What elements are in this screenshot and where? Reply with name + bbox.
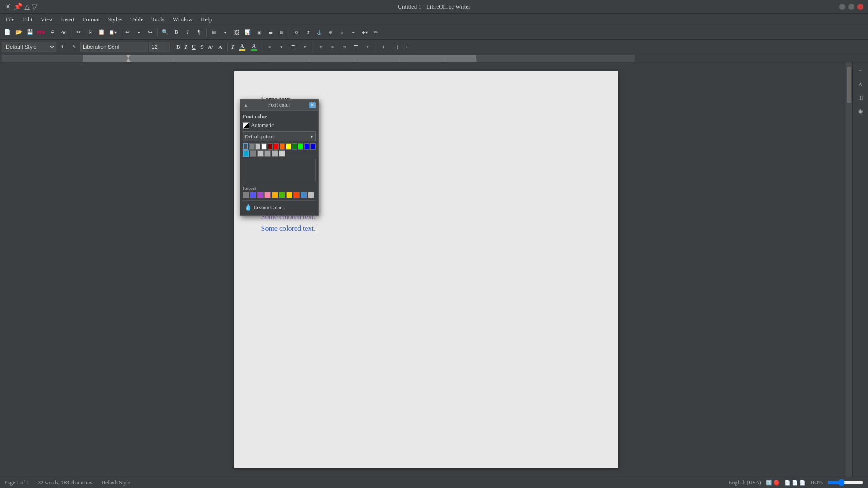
paste-special-button[interactable]: 📋▾ xyxy=(107,27,118,38)
italic2-button[interactable]: I xyxy=(230,42,236,52)
properties-button[interactable]: ≡ xyxy=(854,64,867,77)
redo-button[interactable]: ↪ xyxy=(145,27,156,38)
insert-footnote-button[interactable]: ⚓ xyxy=(314,27,325,38)
numbering-dropdown[interactable]: ▾ xyxy=(300,42,311,52)
recent-color[interactable] xyxy=(250,192,256,198)
color-cell[interactable] xyxy=(292,143,297,150)
menu-table[interactable]: Table xyxy=(127,15,147,24)
justify-dropdown[interactable]: ▾ xyxy=(363,42,373,52)
close-button[interactable] xyxy=(857,4,863,10)
recent-color[interactable] xyxy=(272,192,278,198)
color-cell[interactable] xyxy=(310,143,316,150)
menu-insert[interactable]: Insert xyxy=(57,15,78,24)
bold-char-button[interactable]: B xyxy=(171,27,182,38)
recent-color[interactable] xyxy=(286,192,292,198)
recent-color[interactable] xyxy=(279,192,285,198)
superscript-button[interactable]: A+ xyxy=(206,42,216,52)
menu-styles[interactable]: Styles xyxy=(104,15,126,24)
paragraph-style-info-button[interactable]: ℹ xyxy=(57,42,68,52)
line-button[interactable]: ━ xyxy=(348,27,359,38)
menu-file[interactable]: File xyxy=(2,15,18,24)
new-document-button[interactable]: 📄 xyxy=(2,27,13,38)
numbering-button[interactable]: ☰ xyxy=(288,42,299,52)
insert-numbering-button[interactable]: ☰ xyxy=(265,27,276,38)
indent-more-button[interactable]: →| xyxy=(390,42,401,52)
window-expand[interactable]: △ xyxy=(24,2,30,11)
maximize-button[interactable] xyxy=(848,4,854,10)
align-right-button[interactable]: ➡ xyxy=(339,42,350,52)
menu-format[interactable]: Format xyxy=(79,15,104,24)
color-cell[interactable] xyxy=(250,150,256,157)
color-cell[interactable] xyxy=(261,143,267,150)
window-collapse[interactable]: ▽ xyxy=(32,2,37,11)
paste-button[interactable]: 📋 xyxy=(96,27,107,38)
fill-dropdown[interactable]: ◆▾ xyxy=(359,27,370,38)
minimize-button[interactable] xyxy=(839,4,845,10)
color-cell[interactable] xyxy=(286,143,291,150)
color-cell[interactable] xyxy=(264,150,271,157)
bold-button[interactable]: B xyxy=(175,42,182,52)
recent-color[interactable] xyxy=(293,192,300,198)
font-size-input[interactable] xyxy=(149,42,170,52)
insert-chart-button[interactable]: 📊 xyxy=(242,27,253,38)
menu-window[interactable]: Window xyxy=(169,15,196,24)
draw-button[interactable]: ✏ xyxy=(370,27,381,38)
bullets-button[interactable]: ≡ xyxy=(264,42,275,52)
find-button[interactable]: 🔍 xyxy=(160,27,170,38)
strikethrough-button[interactable]: S xyxy=(198,42,205,52)
insert-frame-button[interactable]: ▣ xyxy=(254,27,264,38)
navigator-button[interactable]: ◉ xyxy=(854,105,867,117)
italic-char-button[interactable]: I xyxy=(182,27,193,38)
menu-tools[interactable]: Tools xyxy=(148,15,168,24)
font-color-button[interactable]: A xyxy=(237,42,248,52)
print-preview-button[interactable]: 👁 xyxy=(58,27,69,38)
open-button[interactable]: 📂 xyxy=(13,27,24,38)
insert-table-button[interactable]: ⊞ xyxy=(208,27,219,38)
align-center-button[interactable]: ≡ xyxy=(327,42,338,52)
palette-dropdown[interactable]: Default palette ▾ xyxy=(243,131,316,141)
menu-edit[interactable]: Edit xyxy=(19,15,36,24)
recent-color[interactable] xyxy=(264,192,271,198)
scrollbar-thumb[interactable] xyxy=(847,67,851,103)
popup-collapse-button[interactable]: ▲ xyxy=(243,102,249,108)
insert-symbol-button[interactable]: Ω xyxy=(291,27,302,38)
gallery-button[interactable]: ◫ xyxy=(854,91,867,104)
recent-color[interactable] xyxy=(257,192,264,198)
undo-button[interactable]: ↩ xyxy=(122,27,133,38)
color-cell[interactable] xyxy=(249,143,255,150)
color-cell-selected[interactable] xyxy=(243,143,248,150)
color-cell[interactable] xyxy=(274,143,279,150)
font-name-input[interactable] xyxy=(80,42,148,52)
recent-color[interactable] xyxy=(308,192,314,198)
color-cell[interactable] xyxy=(243,150,249,157)
save-button[interactable]: 💾 xyxy=(24,27,35,38)
recent-color[interactable] xyxy=(243,192,249,198)
vertical-scrollbar[interactable] xyxy=(846,62,852,477)
justify-button[interactable]: ☰ xyxy=(351,42,362,52)
menu-view[interactable]: View xyxy=(37,15,57,24)
print-button[interactable]: 🖨 xyxy=(47,27,58,38)
styles-button[interactable]: A xyxy=(854,78,867,90)
undo-dropdown[interactable]: ▾ xyxy=(133,27,144,38)
cross-ref-button[interactable]: ⇵ xyxy=(302,27,313,38)
para-mark-button[interactable]: ¶ xyxy=(193,27,204,38)
underline-button[interactable]: U xyxy=(190,42,198,52)
indent-less-button[interactable]: |← xyxy=(402,42,413,52)
insert-image-button[interactable]: 🖼 xyxy=(231,27,242,38)
align-left-button[interactable]: ⬅ xyxy=(316,42,326,52)
popup-automatic-row[interactable]: Automatic xyxy=(243,122,316,129)
paragraph-style-new-button[interactable]: ✎ xyxy=(69,42,80,52)
color-cell[interactable] xyxy=(268,143,273,150)
page-break-button[interactable]: ⊟ xyxy=(276,27,287,38)
line-spacing-button[interactable]: ↕ xyxy=(378,42,389,52)
window-pin[interactable]: 📌 xyxy=(14,2,23,11)
color-cell[interactable] xyxy=(298,143,303,150)
bullets-dropdown[interactable]: ▾ xyxy=(276,42,287,52)
paragraph-style-select[interactable]: Default Style xyxy=(2,42,56,52)
color-cell[interactable] xyxy=(280,143,285,150)
color-cell[interactable] xyxy=(255,143,261,150)
popup-close-button[interactable]: ✕ xyxy=(309,102,316,108)
cut-button[interactable]: ✂ xyxy=(73,27,84,38)
italic-button[interactable]: I xyxy=(183,42,189,52)
recent-color[interactable] xyxy=(301,192,307,198)
